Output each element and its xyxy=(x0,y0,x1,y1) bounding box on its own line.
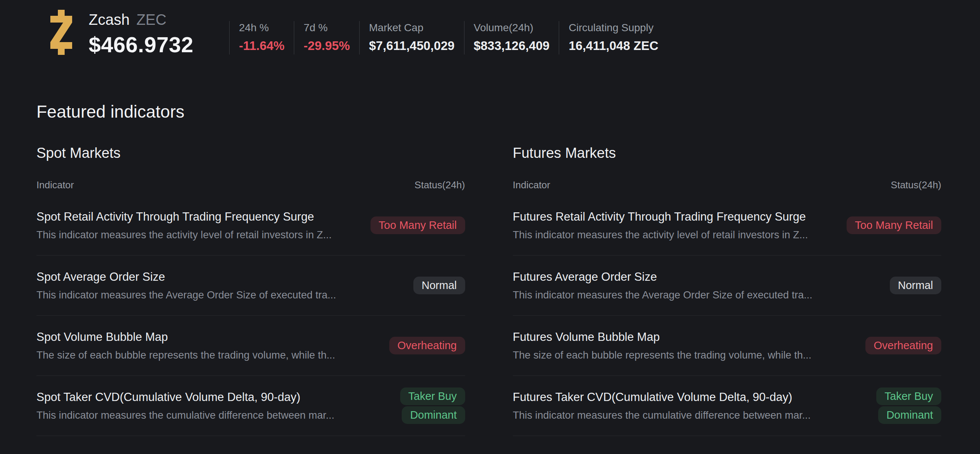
indicator-text: Spot Retail Activity Through Trading Fre… xyxy=(37,210,345,241)
indicator-description: This indicator measures the activity lev… xyxy=(37,229,332,241)
indicator-text: Futures Volume Bubble Map The size of ea… xyxy=(513,330,825,361)
stat-label: Market Cap xyxy=(369,22,455,34)
indicator-row-futures-retail-activity[interactable]: Futures Retail Activity Through Trading … xyxy=(513,196,942,256)
markets-grid: Spot Markets Indicator Status(24h) Spot … xyxy=(37,145,941,436)
status-badge: Normal xyxy=(890,277,941,294)
featured-indicators-section: Featured indicators Spot Markets Indicat… xyxy=(0,102,980,436)
futures-markets-title: Futures Markets xyxy=(513,145,942,161)
status-badge-line: Dominant xyxy=(878,406,941,424)
indicator-title: Spot Retail Activity Through Trading Fre… xyxy=(37,210,332,224)
stat-label: Circulating Supply xyxy=(568,22,659,34)
spot-markets-title: Spot Markets xyxy=(37,145,465,161)
coin-name: Zcash xyxy=(89,11,130,28)
status-badge: Too Many Retail xyxy=(371,217,465,234)
zcash-logo-icon xyxy=(48,10,75,55)
indicator-text: Spot Taker CVD(Cumulative Volume Delta, … xyxy=(37,390,348,421)
stat-value: 16,411,048 ZEC xyxy=(568,39,659,53)
status-badge: Normal xyxy=(414,277,465,294)
coin-stats-bar: 24h % -11.64% 7d % -29.95% Market Cap $7… xyxy=(229,21,668,54)
stat-value: -11.64% xyxy=(239,39,285,53)
stat-24h-change: 24h % -11.64% xyxy=(229,21,294,54)
indicator-title: Futures Volume Bubble Map xyxy=(513,330,811,344)
indicator-title: Futures Taker CVD(Cumulative Volume Delt… xyxy=(513,390,811,404)
status-badge: Taker Buy Dominant xyxy=(400,387,465,424)
status-badge: Taker Buy Dominant xyxy=(876,387,941,424)
futures-markets-section: Futures Markets Indicator Status(24h) Fu… xyxy=(513,145,942,436)
indicator-row-spot-average-order-size[interactable]: Spot Average Order Size This indicator m… xyxy=(37,256,465,316)
indicator-row-spot-retail-activity[interactable]: Spot Retail Activity Through Trading Fre… xyxy=(37,196,465,256)
stat-value: -29.95% xyxy=(304,39,350,53)
stat-7d-change: 7d % -29.95% xyxy=(294,21,359,54)
indicator-title: Spot Taker CVD(Cumulative Volume Delta, … xyxy=(37,390,334,404)
coin-identity: Zcash ZEC $466.9732 xyxy=(89,11,194,57)
column-header-indicator: Indicator xyxy=(37,179,74,191)
page-title: Featured indicators xyxy=(37,102,941,122)
column-header-indicator: Indicator xyxy=(513,179,550,191)
indicator-description: The size of each bubble represents the t… xyxy=(513,349,811,361)
indicator-row-futures-taker-cvd[interactable]: Futures Taker CVD(Cumulative Volume Delt… xyxy=(513,376,942,436)
indicator-row-futures-volume-bubble-map[interactable]: Futures Volume Bubble Map The size of ea… xyxy=(513,316,942,376)
coin-symbol: ZEC xyxy=(137,11,167,28)
coin-price: $466.9732 xyxy=(89,32,194,57)
indicator-text: Spot Average Order Size This indicator m… xyxy=(37,270,350,301)
coin-header: Zcash ZEC $466.9732 24h % -11.64% 7d % -… xyxy=(0,0,980,56)
indicator-row-futures-average-order-size[interactable]: Futures Average Order Size This indicato… xyxy=(513,256,942,316)
zcash-overview-page: Zcash ZEC $466.9732 24h % -11.64% 7d % -… xyxy=(0,0,980,454)
stat-label: Volume(24h) xyxy=(474,22,550,34)
stat-market-cap: Market Cap $7,611,450,029 xyxy=(359,21,464,54)
indicator-text: Futures Retail Activity Through Trading … xyxy=(513,210,822,241)
indicator-title: Futures Retail Activity Through Trading … xyxy=(513,210,808,224)
indicator-description: This indicator measures the cumulative d… xyxy=(513,409,811,421)
stat-label: 24h % xyxy=(239,22,285,34)
stat-label: 7d % xyxy=(304,22,350,34)
futures-table-header: Indicator Status(24h) xyxy=(513,179,942,196)
indicator-description: This indicator measures the cumulative d… xyxy=(37,409,334,421)
indicator-title: Futures Average Order Size xyxy=(513,270,812,284)
status-badge: Overheating xyxy=(865,337,941,354)
indicator-description: This indicator measures the Average Orde… xyxy=(513,289,812,301)
indicator-text: Futures Average Order Size This indicato… xyxy=(513,270,826,301)
stat-volume-24h: Volume(24h) $833,126,409 xyxy=(464,21,559,54)
status-badge-line: Dominant xyxy=(402,406,465,424)
spot-markets-section: Spot Markets Indicator Status(24h) Spot … xyxy=(37,145,465,436)
indicator-description: The size of each bubble represents the t… xyxy=(37,349,335,361)
indicator-text: Futures Taker CVD(Cumulative Volume Delt… xyxy=(513,390,824,421)
column-header-status: Status(24h) xyxy=(891,179,941,191)
stat-circulating-supply: Circulating Supply 16,411,048 ZEC xyxy=(559,21,668,54)
indicator-title: Spot Average Order Size xyxy=(37,270,336,284)
status-badge-line: Taker Buy xyxy=(400,387,465,405)
spot-table-header: Indicator Status(24h) xyxy=(37,179,465,196)
status-badge: Overheating xyxy=(389,337,465,354)
indicator-row-spot-volume-bubble-map[interactable]: Spot Volume Bubble Map The size of each … xyxy=(37,316,465,376)
indicator-row-spot-taker-cvd[interactable]: Spot Taker CVD(Cumulative Volume Delta, … xyxy=(37,376,465,436)
column-header-status: Status(24h) xyxy=(414,179,465,191)
indicator-title: Spot Volume Bubble Map xyxy=(37,330,335,344)
status-badge-line: Taker Buy xyxy=(876,387,941,405)
stat-value: $7,611,450,029 xyxy=(369,39,455,53)
status-badge: Too Many Retail xyxy=(846,217,941,234)
indicator-description: This indicator measures the activity lev… xyxy=(513,229,808,241)
stat-value: $833,126,409 xyxy=(474,39,550,53)
indicator-description: This indicator measures the Average Orde… xyxy=(37,289,336,301)
indicator-text: Spot Volume Bubble Map The size of each … xyxy=(37,330,349,361)
